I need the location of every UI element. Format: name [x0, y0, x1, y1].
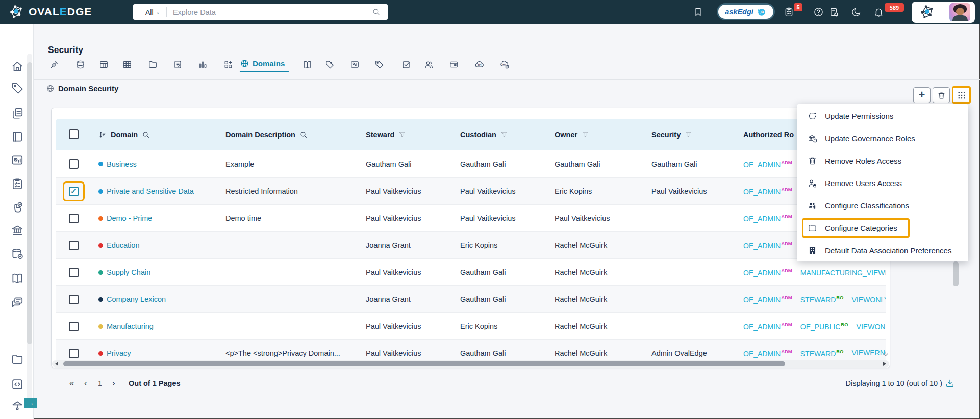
role-link[interactable]: STEWARDRO [800, 295, 844, 304]
first-page-button[interactable]: « [69, 378, 74, 389]
ovaledge-wordmark[interactable]: OVALEDGE [29, 6, 92, 18]
menu-item-configure-categories[interactable]: Configure Categories [797, 217, 968, 239]
row-checkbox[interactable] [69, 214, 79, 223]
tab-database-icon[interactable] [76, 60, 85, 69]
role-link[interactable]: OE_ADMINADM [743, 160, 792, 169]
tab-bar-chart-icon[interactable] [198, 60, 208, 69]
clipboard-tasks-icon[interactable] [784, 7, 794, 17]
ovaledge-mark-icon[interactable] [919, 4, 936, 21]
role-link[interactable]: OE_ADMINADM [743, 349, 792, 358]
horizontal-scrollbar-thumb[interactable] [63, 361, 785, 366]
bookmark-icon[interactable] [693, 7, 703, 17]
role-link[interactable]: OE_PUBLICRO [800, 322, 848, 331]
role-link[interactable]: VIEWONLYUSERSRO [852, 295, 886, 304]
sidebar-item-crane-icon[interactable] [11, 400, 24, 413]
sidebar-item-clipboard-tasks-icon[interactable] [11, 177, 24, 191]
row-checkbox[interactable] [69, 295, 79, 304]
sidebar-item-chat-icon[interactable] [11, 296, 24, 309]
domain-link[interactable]: Demo - Prime [107, 214, 152, 222]
previous-page-button[interactable]: ‹ [84, 378, 87, 389]
sidebar-item-code-square-icon[interactable] [11, 378, 24, 391]
help-icon[interactable] [813, 7, 824, 17]
role-link[interactable]: OE_ADMINADM [743, 295, 792, 304]
role-link[interactable]: VIEWERNOACCESSUS... [852, 349, 886, 358]
sidebar-item-database-check-icon[interactable] [11, 247, 24, 260]
role-link[interactable]: OE_ADMINADM [743, 241, 792, 250]
menu-item-update-permissions[interactable]: Update Permissions [797, 104, 968, 127]
sidebar-item-folder-icon[interactable] [11, 353, 24, 366]
filter-funnel-icon[interactable] [582, 130, 589, 138]
row-checkbox[interactable] [69, 159, 79, 169]
row-checkbox[interactable]: ✓ [69, 187, 79, 196]
filter-funnel-icon[interactable] [685, 130, 692, 138]
tab-cloud-api-doc-icon[interactable]: API [500, 60, 510, 69]
tab-users-icon[interactable] [424, 60, 434, 69]
row-checkbox[interactable] [69, 268, 79, 277]
tab-folder-icon[interactable] [148, 60, 158, 69]
tab-check-square-icon[interactable] [401, 60, 411, 69]
tab-table-icon[interactable] [99, 60, 109, 69]
release-notes-icon[interactable] [828, 7, 839, 17]
vertical-scrollbar-thumb[interactable] [953, 261, 959, 286]
role-link[interactable]: OE_ADMINADM [743, 268, 792, 277]
sidebar-item-home-icon[interactable] [11, 60, 24, 73]
tab-domains[interactable]: Domains [240, 59, 285, 68]
scroll-down-chevron-icon[interactable] [882, 351, 890, 357]
domain-link[interactable]: Business [107, 160, 137, 168]
search-icon[interactable] [372, 8, 381, 16]
ovaledge-logo-icon[interactable] [8, 4, 25, 20]
menu-item-remove-users-access[interactable]: Remove Users Access [797, 172, 968, 194]
filter-funnel-icon[interactable] [398, 130, 406, 138]
tab-blocks-plus-icon[interactable] [223, 60, 233, 69]
sidebar-item-report-board-icon[interactable] [11, 153, 24, 167]
tab-tag-dot-icon[interactable] [325, 60, 335, 69]
horizontal-scrollbar-track[interactable] [52, 360, 889, 368]
search-icon[interactable] [299, 130, 308, 139]
role-link[interactable]: OE_ADMINADM [743, 187, 792, 196]
tab-cloud-api-icon[interactable]: API [474, 60, 484, 69]
role-link[interactable]: OE_ADMINADM [743, 322, 792, 331]
menu-item-configure-classifications[interactable]: Configure Classifications [797, 194, 968, 217]
tab-file-note-icon[interactable] [173, 60, 183, 69]
row-checkbox[interactable] [69, 241, 79, 250]
menu-item-default-data-association-preferences[interactable]: Default Data Association Preferences [797, 239, 968, 261]
search-input[interactable]: Explore Data [173, 8, 372, 16]
role-link[interactable]: MANUFACTURING_VIEWERRO [800, 268, 886, 277]
sidebar-item-approval-hand-icon[interactable] [11, 201, 24, 214]
tab-panel-icon[interactable] [449, 60, 459, 69]
sort-icon[interactable] [98, 130, 107, 139]
filter-funnel-icon[interactable] [500, 130, 508, 138]
menu-item-update-governance-roles[interactable]: Update Governance Roles [797, 127, 968, 149]
select-all-checkbox[interactable] [69, 129, 79, 139]
search-scope-dropdown[interactable]: All⌄ [145, 8, 160, 16]
next-page-button[interactable]: › [112, 378, 115, 389]
role-link[interactable]: VIEWONLYUSERSRO [857, 322, 886, 331]
delete-button[interactable] [933, 87, 950, 103]
download-icon[interactable] [945, 378, 955, 388]
domain-link[interactable]: Supply Chain [107, 268, 150, 276]
row-checkbox[interactable] [69, 322, 79, 331]
nine-dots-actions-button[interactable] [952, 86, 971, 104]
sidebar-item-tag-icon[interactable] [11, 82, 24, 95]
user-avatar[interactable] [949, 3, 970, 21]
domain-link[interactable]: Education [107, 241, 140, 249]
tab-plug-icon[interactable] [49, 60, 59, 69]
scroll-left-arrow-icon[interactable] [55, 362, 58, 366]
sidebar-expand-button[interactable]: → [24, 398, 37, 408]
role-link[interactable]: STEWARDRO [800, 349, 844, 358]
search-icon[interactable] [142, 130, 150, 139]
notifications-bell-icon[interactable] [873, 7, 884, 17]
ask-edgi-button[interactable]: askEdgi [718, 5, 773, 19]
dark-mode-moon-icon[interactable] [851, 7, 862, 17]
scroll-right-arrow-icon[interactable] [883, 362, 886, 366]
sidebar-scrollbar-thumb[interactable] [27, 62, 32, 344]
tab-image-chart-icon[interactable] [350, 60, 360, 69]
global-search[interactable]: All⌄ Explore Data [133, 4, 388, 20]
tab-tag-icon[interactable] [374, 60, 384, 69]
sidebar-item-copy-docs-icon[interactable] [11, 107, 24, 120]
sidebar-item-notebook-icon[interactable] [11, 130, 24, 143]
tab-grid-table-icon[interactable] [122, 60, 132, 69]
role-link[interactable]: OE_ADMINADM [743, 214, 792, 223]
sidebar-item-bank-icon[interactable] [11, 224, 24, 237]
sidebar-item-open-book-icon[interactable] [11, 272, 24, 285]
